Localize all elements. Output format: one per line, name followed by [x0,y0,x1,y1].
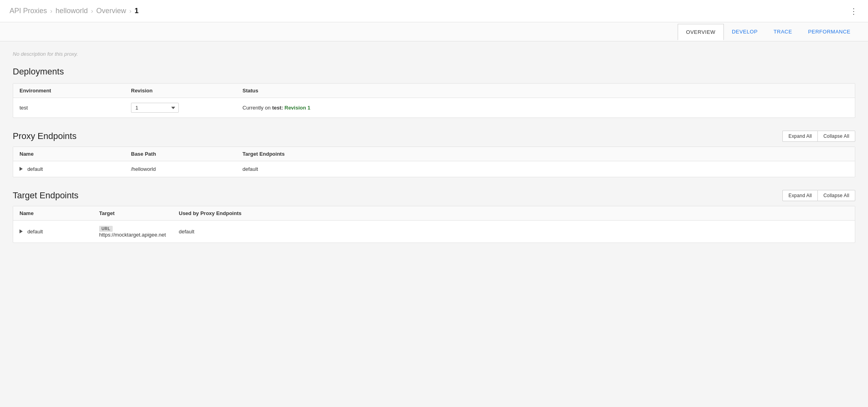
proxy-endpoints-expand-collapse: Expand All Collapse All [782,131,855,142]
col-revision: Revision [131,88,242,94]
revision-cell: 1 [131,103,242,113]
tab-overview[interactable]: OVERVIEW [678,24,724,40]
pe-basepath-cell: /helloworld [131,166,242,172]
target-endpoints-collapse-all[interactable]: Collapse All [817,190,855,201]
tab-trace[interactable]: TRACE [766,24,800,39]
te-name-label: default [27,229,43,235]
target-endpoints-expand-collapse: Expand All Collapse All [782,190,855,201]
target-endpoints-header: Name Target Used by Proxy Endpoints [13,206,855,221]
status-cell: Currently on test: Revision 1 [242,105,848,111]
status-green: Revision 1 [285,105,311,111]
breadcrumb-revision: 1 [135,7,139,15]
target-endpoints-section-header: Target Endpoints Expand All Collapse All [13,190,855,201]
table-row: test 1 Currently on test: Revision 1 [13,98,855,117]
proxy-endpoints-header: Name Base Path Target Endpoints [13,147,855,161]
pe-name-cell: default [20,166,131,172]
tab-develop[interactable]: DEVELOP [724,24,766,39]
target-endpoints-table: Name Target Used by Proxy Endpoints defa… [13,206,855,243]
target-endpoints-title: Target Endpoints [13,190,78,201]
environment-cell: test [20,105,131,111]
breadcrumb: API Proxies › helloworld › Overview › 1 [10,7,139,15]
col-pe-name: Name [20,151,131,157]
breadcrumb-overview[interactable]: Overview [96,7,126,15]
col-te-used-by: Used by Proxy Endpoints [179,210,848,216]
col-te-target: Target [99,210,179,216]
col-te-name: Name [20,210,99,216]
te-expand-icon[interactable] [20,229,23,233]
col-environment: Environment [20,88,131,94]
proxy-description: No description for this proxy. [13,51,855,57]
proxy-endpoints-section-header: Proxy Endpoints Expand All Collapse All [13,131,855,142]
table-row: default /helloworld default [13,161,855,177]
status-bold: test: [272,105,284,111]
proxy-endpoints-title: Proxy Endpoints [13,131,76,141]
te-target-url: https://mocktarget.apigee.net [99,232,166,238]
deployments-header: Environment Revision Status [13,84,855,98]
pe-expand-icon[interactable] [20,167,23,171]
pe-name-label: default [27,166,43,172]
col-status: Status [242,88,848,94]
more-options-icon[interactable]: ⋮ [850,6,858,16]
te-used-by-cell: default [179,229,848,235]
top-bar: API Proxies › helloworld › Overview › 1 … [0,0,868,22]
deployments-table: Environment Revision Status test 1 Curre… [13,83,855,118]
url-badge: URL [99,226,113,232]
col-pe-target: Target Endpoints [242,151,848,157]
breadcrumb-sep-1: › [50,8,52,15]
pe-target-cell: default [242,166,848,172]
status-prefix: Currently on [242,105,271,111]
proxy-endpoints-collapse-all[interactable]: Collapse All [817,131,855,142]
proxy-endpoints-table: Name Base Path Target Endpoints default … [13,147,855,177]
proxy-endpoints-expand-all[interactable]: Expand All [782,131,817,142]
tab-bar: OVERVIEW DEVELOP TRACE PERFORMANCE [0,22,868,41]
breadcrumb-api-proxies[interactable]: API Proxies [10,7,47,15]
breadcrumb-helloworld[interactable]: helloworld [55,7,88,15]
breadcrumb-sep-2: › [91,8,93,15]
breadcrumb-sep-3: › [129,8,131,15]
te-target-cell: URLhttps://mocktarget.apigee.net [99,225,179,238]
revision-select[interactable]: 1 [131,103,179,113]
table-row: default URLhttps://mocktarget.apigee.net… [13,221,855,243]
main-content: No description for this proxy. Deploymen… [0,41,868,407]
tab-performance[interactable]: PERFORMANCE [800,24,858,39]
col-pe-basepath: Base Path [131,151,242,157]
deployments-title: Deployments [13,67,855,77]
te-name-cell: default [20,229,99,235]
target-endpoints-expand-all[interactable]: Expand All [782,190,817,201]
